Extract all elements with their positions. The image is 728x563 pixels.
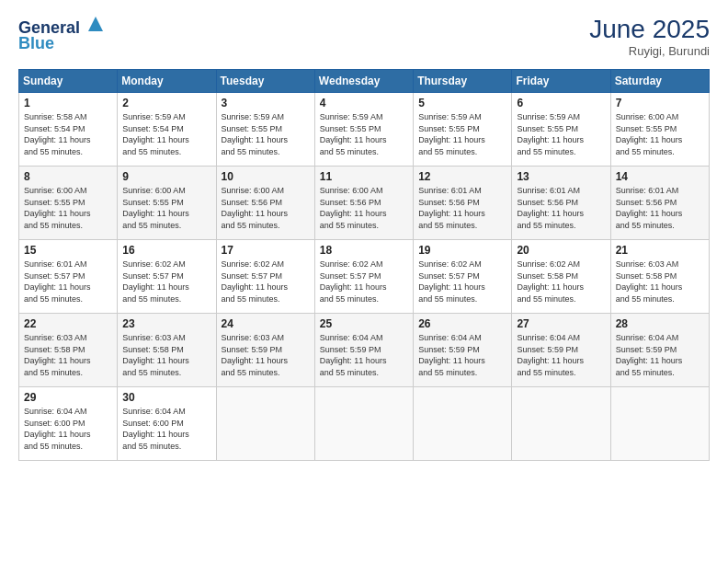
day-info: Sunrise: 5:59 AM Sunset: 5:54 PM Dayligh… [122, 111, 210, 157]
calendar-cell: 19Sunrise: 6:02 AM Sunset: 5:57 PM Dayli… [414, 240, 512, 314]
calendar-cell: 16Sunrise: 6:02 AM Sunset: 5:57 PM Dayli… [118, 240, 216, 314]
day-info: Sunrise: 6:04 AM Sunset: 5:59 PM Dayligh… [418, 332, 506, 378]
day-number: 17 [222, 244, 310, 257]
day-number: 10 [222, 170, 310, 183]
day-info: Sunrise: 5:58 AM Sunset: 5:54 PM Dayligh… [24, 111, 112, 157]
logo: General Blue [18, 15, 105, 53]
day-info: Sunrise: 6:04 AM Sunset: 5:59 PM Dayligh… [517, 332, 605, 378]
day-number: 21 [616, 244, 704, 257]
day-info: Sunrise: 5:59 AM Sunset: 5:55 PM Dayligh… [320, 111, 408, 157]
calendar-cell: 26Sunrise: 6:04 AM Sunset: 5:59 PM Dayli… [414, 314, 512, 387]
day-info: Sunrise: 6:00 AM Sunset: 5:56 PM Dayligh… [320, 185, 408, 231]
svg-marker-0 [88, 17, 103, 31]
day-number: 29 [24, 391, 112, 404]
day-info: Sunrise: 6:02 AM Sunset: 5:57 PM Dayligh… [418, 259, 506, 304]
calendar-cell: 7Sunrise: 6:00 AM Sunset: 5:55 PM Daylig… [610, 93, 709, 167]
day-number: 13 [517, 170, 605, 183]
calendar-cell: 23Sunrise: 6:03 AM Sunset: 5:58 PM Dayli… [118, 314, 216, 387]
day-number: 19 [418, 244, 506, 257]
day-info: Sunrise: 6:04 AM Sunset: 6:00 PM Dayligh… [24, 406, 112, 452]
day-header-friday: Friday [512, 70, 610, 93]
day-number: 26 [418, 317, 506, 330]
calendar-cell: 8Sunrise: 6:00 AM Sunset: 5:55 PM Daylig… [19, 167, 118, 240]
day-info: Sunrise: 6:02 AM Sunset: 5:57 PM Dayligh… [222, 259, 310, 304]
calendar-cell [314, 387, 413, 461]
calendar-cell [216, 387, 314, 461]
day-number: 23 [122, 317, 210, 330]
calendar-cell: 22Sunrise: 6:03 AM Sunset: 5:58 PM Dayli… [19, 314, 118, 387]
day-number: 20 [517, 244, 605, 257]
day-number: 9 [122, 170, 210, 183]
day-info: Sunrise: 6:01 AM Sunset: 5:57 PM Dayligh… [24, 259, 112, 304]
day-header-tuesday: Tuesday [216, 70, 314, 93]
day-info: Sunrise: 6:01 AM Sunset: 5:56 PM Dayligh… [616, 185, 704, 231]
day-number: 28 [616, 317, 704, 330]
day-number: 22 [24, 317, 112, 330]
day-number: 14 [616, 170, 704, 183]
day-header-thursday: Thursday [414, 70, 512, 93]
logo-icon [86, 15, 105, 33]
month-title: June 2025 [589, 15, 710, 44]
day-info: Sunrise: 6:00 AM Sunset: 5:55 PM Dayligh… [24, 185, 112, 231]
calendar-cell: 21Sunrise: 6:03 AM Sunset: 5:58 PM Dayli… [610, 240, 709, 314]
calendar-cell: 27Sunrise: 6:04 AM Sunset: 5:59 PM Dayli… [512, 314, 610, 387]
calendar-cell: 14Sunrise: 6:01 AM Sunset: 5:56 PM Dayli… [610, 167, 709, 240]
day-number: 2 [122, 97, 210, 109]
day-info: Sunrise: 6:03 AM Sunset: 5:58 PM Dayligh… [24, 332, 112, 378]
calendar-cell [414, 387, 512, 461]
calendar-cell: 29Sunrise: 6:04 AM Sunset: 6:00 PM Dayli… [19, 387, 118, 461]
location: Ruyigi, Burundi [589, 44, 710, 58]
day-info: Sunrise: 5:59 AM Sunset: 5:55 PM Dayligh… [517, 111, 605, 157]
day-info: Sunrise: 6:00 AM Sunset: 5:55 PM Dayligh… [122, 185, 210, 231]
day-number: 8 [24, 170, 112, 183]
calendar-cell: 13Sunrise: 6:01 AM Sunset: 5:56 PM Dayli… [512, 167, 610, 240]
calendar-cell: 10Sunrise: 6:00 AM Sunset: 5:56 PM Dayli… [216, 167, 314, 240]
day-info: Sunrise: 6:02 AM Sunset: 5:57 PM Dayligh… [122, 259, 210, 304]
day-number: 12 [418, 170, 506, 183]
title-block: June 2025 Ruyigi, Burundi [589, 15, 710, 58]
day-number: 24 [222, 317, 310, 330]
day-number: 16 [122, 244, 210, 257]
calendar-cell: 20Sunrise: 6:02 AM Sunset: 5:58 PM Dayli… [512, 240, 610, 314]
day-number: 3 [222, 97, 310, 109]
day-number: 5 [418, 97, 506, 109]
day-info: Sunrise: 5:59 AM Sunset: 5:55 PM Dayligh… [222, 111, 310, 157]
calendar-cell [610, 387, 709, 461]
page: General Blue June 2025 Ruyigi, Burundi S… [0, 0, 728, 563]
day-info: Sunrise: 6:01 AM Sunset: 5:56 PM Dayligh… [517, 185, 605, 231]
calendar-cell: 30Sunrise: 6:04 AM Sunset: 6:00 PM Dayli… [118, 387, 216, 461]
day-header-sunday: Sunday [19, 70, 118, 93]
calendar-cell: 17Sunrise: 6:02 AM Sunset: 5:57 PM Dayli… [216, 240, 314, 314]
header: General Blue June 2025 Ruyigi, Burundi [18, 15, 710, 58]
day-info: Sunrise: 6:03 AM Sunset: 5:59 PM Dayligh… [222, 332, 310, 378]
day-number: 25 [320, 317, 408, 330]
day-number: 1 [24, 97, 112, 109]
day-info: Sunrise: 5:59 AM Sunset: 5:55 PM Dayligh… [418, 111, 506, 157]
day-number: 7 [616, 97, 704, 109]
day-number: 27 [517, 317, 605, 330]
calendar-cell: 28Sunrise: 6:04 AM Sunset: 5:59 PM Dayli… [610, 314, 709, 387]
day-info: Sunrise: 6:02 AM Sunset: 5:58 PM Dayligh… [517, 259, 605, 304]
day-info: Sunrise: 6:04 AM Sunset: 6:00 PM Dayligh… [122, 406, 210, 452]
day-info: Sunrise: 6:02 AM Sunset: 5:57 PM Dayligh… [320, 259, 408, 304]
day-info: Sunrise: 6:03 AM Sunset: 5:58 PM Dayligh… [616, 259, 704, 304]
calendar-cell: 24Sunrise: 6:03 AM Sunset: 5:59 PM Dayli… [216, 314, 314, 387]
calendar-cell: 6Sunrise: 5:59 AM Sunset: 5:55 PM Daylig… [512, 93, 610, 167]
calendar-cell: 1Sunrise: 5:58 AM Sunset: 5:54 PM Daylig… [19, 93, 118, 167]
calendar-cell: 2Sunrise: 5:59 AM Sunset: 5:54 PM Daylig… [118, 93, 216, 167]
calendar-cell: 18Sunrise: 6:02 AM Sunset: 5:57 PM Dayli… [314, 240, 413, 314]
day-info: Sunrise: 6:01 AM Sunset: 5:56 PM Dayligh… [418, 185, 506, 231]
day-info: Sunrise: 6:03 AM Sunset: 5:58 PM Dayligh… [122, 332, 210, 378]
calendar-cell: 25Sunrise: 6:04 AM Sunset: 5:59 PM Dayli… [314, 314, 413, 387]
day-info: Sunrise: 6:04 AM Sunset: 5:59 PM Dayligh… [320, 332, 408, 378]
calendar-cell [512, 387, 610, 461]
calendar-cell: 11Sunrise: 6:00 AM Sunset: 5:56 PM Dayli… [314, 167, 413, 240]
calendar-cell: 15Sunrise: 6:01 AM Sunset: 5:57 PM Dayli… [19, 240, 118, 314]
calendar-cell: 9Sunrise: 6:00 AM Sunset: 5:55 PM Daylig… [118, 167, 216, 240]
calendar-cell: 12Sunrise: 6:01 AM Sunset: 5:56 PM Dayli… [414, 167, 512, 240]
day-info: Sunrise: 6:00 AM Sunset: 5:56 PM Dayligh… [222, 185, 310, 231]
calendar-cell: 5Sunrise: 5:59 AM Sunset: 5:55 PM Daylig… [414, 93, 512, 167]
day-header-saturday: Saturday [610, 70, 709, 93]
day-number: 30 [122, 391, 210, 404]
day-number: 4 [320, 97, 408, 109]
